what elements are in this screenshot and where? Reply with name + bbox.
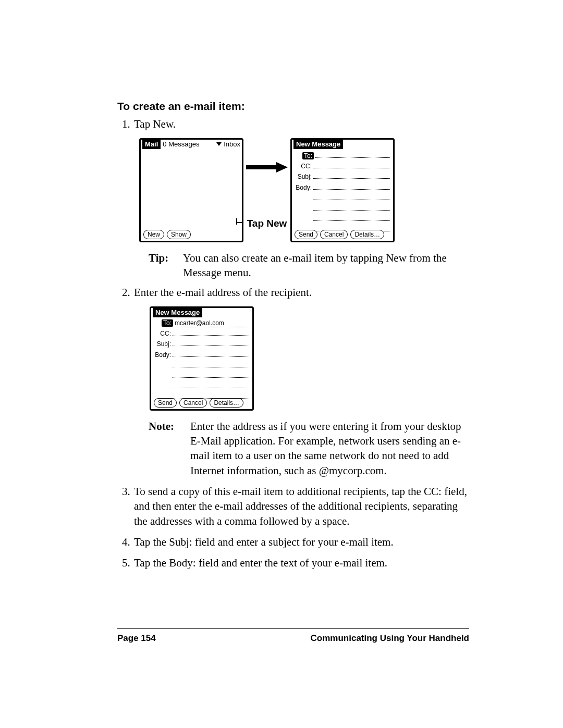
body-field-line-1[interactable] (313, 182, 390, 190)
footer-page-number: Page 154 (117, 633, 156, 645)
newmsg-title: New Message (293, 140, 343, 149)
steps-list: Tap New. Mail 0 Messages Inbox New (117, 117, 469, 570)
folder-label: Inbox (224, 140, 240, 149)
subj-field[interactable] (313, 171, 390, 179)
cc-field[interactable] (313, 161, 390, 168)
step-2-text: Enter the e-mail address of the recipien… (134, 286, 312, 299)
body-label-2: Body: (152, 351, 173, 359)
manual-page: To create an e-mail item: Tap New. Mail … (0, 0, 563, 728)
page-footer: Page 154 Communicating Using Your Handhe… (117, 633, 469, 645)
svg-marker-1 (276, 162, 288, 172)
mail-message-count: 0 Messages (163, 140, 199, 149)
mail-title: Mail (142, 140, 161, 149)
figure-step-1: Mail 0 Messages Inbox New Show (139, 138, 469, 242)
newmsg-fields: To: CC: Subj: Body: (292, 150, 393, 242)
show-button[interactable]: Show (167, 230, 191, 239)
body-field-line[interactable] (313, 213, 390, 221)
procedure-heading: To create an e-mail item: (117, 99, 469, 114)
newmsg2-titlebar: New Message (151, 308, 252, 317)
subj-label: Subj: (293, 172, 313, 181)
new-button[interactable]: New (143, 230, 164, 239)
footer-rule (117, 628, 469, 629)
send-button[interactable]: Send (295, 230, 317, 239)
body-field-2[interactable] (173, 349, 249, 357)
details-button[interactable]: Details… (350, 230, 384, 239)
mail-button-row: New Show (143, 230, 191, 239)
step-2: Enter the e-mail address of the recipien… (133, 285, 469, 478)
figure-step-2: New Message To: mcarter@aol.com CC: Subj… (150, 306, 469, 411)
footer-section-title: Communicating Using Your Handheld (311, 633, 469, 645)
to-field-2[interactable]: mcarter@aol.com (175, 319, 249, 327)
newmsg-button-row: Send Cancel Details… (295, 230, 384, 239)
body-field-line[interactable] (313, 192, 390, 200)
cc-field-2[interactable] (173, 328, 249, 336)
send-button-2[interactable]: Send (154, 398, 177, 408)
step-3: To send a copy of this e-mail item to ad… (133, 484, 469, 528)
svg-rect-0 (246, 165, 276, 169)
step-1: Tap New. Mail 0 Messages Inbox New (133, 117, 469, 280)
cc-label-2: CC: (152, 329, 173, 338)
folder-dropdown[interactable]: Inbox (216, 140, 240, 149)
tip-lead: Tip: (149, 251, 183, 280)
subj-label-2: Subj: (152, 340, 173, 348)
note-body: Enter the address as if you were enterin… (190, 419, 469, 478)
note-block: Note: Enter the address as if you were e… (149, 419, 469, 478)
new-message-screen-filled: New Message To: mcarter@aol.com CC: Subj… (150, 306, 254, 411)
step-3-text: To send a copy of this e-mail item to ad… (134, 485, 467, 527)
step-5-text: Tap the Body: field and enter the text o… (134, 557, 387, 569)
tip-block: Tip: You can also create an e-mail item … (149, 251, 469, 280)
cancel-button[interactable]: Cancel (320, 230, 348, 239)
newmsg2-fields: To: mcarter@aol.com CC: Subj: Body: (151, 318, 252, 411)
arrow-column: Tap New (243, 138, 290, 230)
chevron-down-icon (216, 142, 222, 146)
newmsg-titlebar: New Message (292, 140, 393, 149)
body-field-line[interactable] (313, 203, 390, 211)
step-5: Tap the Body: field and enter the text o… (133, 556, 469, 570)
newmsg2-button-row: Send Cancel Details… (154, 398, 243, 408)
tip-body: You can also create an e-mail item by ta… (183, 251, 469, 280)
body-label: Body: (293, 183, 313, 192)
subj-field-2[interactable] (173, 338, 249, 346)
right-arrow-icon (246, 162, 288, 172)
body-field-line[interactable] (173, 370, 249, 378)
to-label: To: (302, 152, 314, 159)
tap-new-callout: Tap New (243, 217, 290, 230)
to-label-2: To: (162, 319, 173, 327)
newmsg2-title: New Message (153, 308, 202, 317)
body-field-line[interactable] (173, 360, 249, 367)
mail-titlebar: Mail 0 Messages Inbox (141, 140, 242, 149)
details-button-2[interactable]: Details… (210, 398, 243, 408)
step-4-text: Tap the Subj: field and enter a subject … (134, 536, 394, 548)
cc-label: CC: (293, 162, 313, 170)
cancel-button-2[interactable]: Cancel (179, 398, 207, 408)
mail-screen: Mail 0 Messages Inbox New Show (139, 138, 243, 242)
step-4: Tap the Subj: field and enter a subject … (133, 535, 469, 549)
new-message-screen: New Message To: CC: Subj: (290, 138, 395, 242)
note-lead: Note: (149, 419, 190, 478)
to-field[interactable] (315, 150, 390, 158)
body-field-line[interactable] (173, 380, 249, 388)
step-1-text: Tap New. (134, 118, 176, 130)
